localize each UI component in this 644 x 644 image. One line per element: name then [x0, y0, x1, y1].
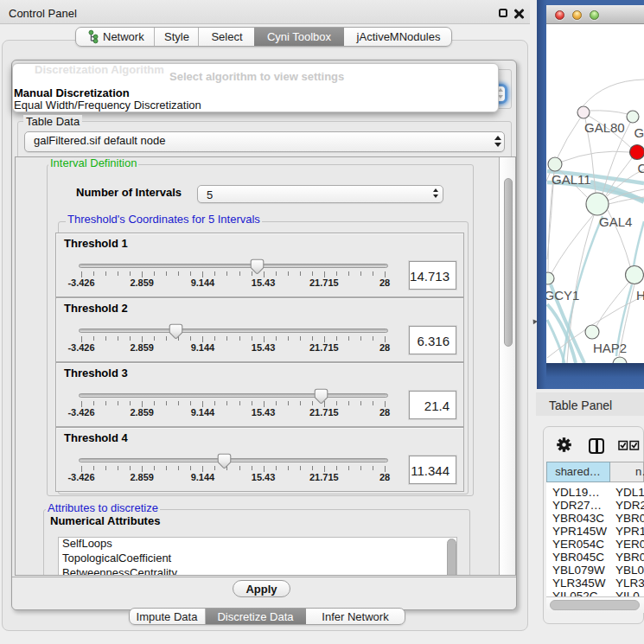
svg-text:GA: GA: [634, 125, 644, 140]
svg-text:H: H: [636, 288, 644, 303]
svg-text:GAL80: GAL80: [584, 120, 625, 135]
svg-text:GAL4: GAL4: [599, 214, 632, 229]
svg-text:HAP2: HAP2: [593, 341, 627, 355]
svg-text:GCY1: GCY1: [546, 288, 579, 303]
svg-text:C: C: [638, 161, 644, 175]
svg-text:GAL11: GAL11: [552, 172, 591, 187]
